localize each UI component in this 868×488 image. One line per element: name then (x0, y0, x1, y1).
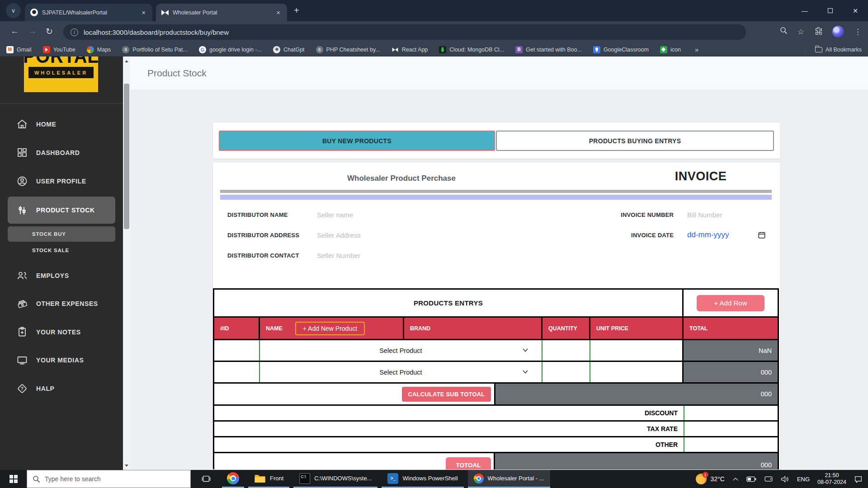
taskbar-search[interactable] (27, 470, 191, 488)
bookmark-portfolio[interactable]: SPortfolio of Setu Pat... (122, 46, 188, 53)
calendar-icon[interactable] (758, 231, 766, 239)
url-text[interactable]: localhost:3000/dasboard/productstock/buy… (84, 28, 229, 36)
menu-kebab-icon[interactable]: ⋮ (854, 27, 862, 37)
other-input[interactable] (684, 437, 778, 452)
quantity-cell[interactable] (542, 340, 590, 361)
sidebar-item-your-medias[interactable]: YOUR MEDIAS (0, 349, 123, 371)
tab-search-icon[interactable]: ∨ (6, 3, 21, 18)
sidebar-item-product-stock[interactable]: PRODUCT STOCK (8, 197, 115, 224)
distributor-contact-field[interactable] (317, 252, 430, 259)
invoice-number-field[interactable] (687, 211, 760, 219)
bookmark-php[interactable]: SPHP Cheatsheet by... (316, 46, 380, 53)
product-select[interactable]: Select Product (260, 340, 542, 361)
speaker-icon[interactable] (781, 476, 789, 483)
people-icon (16, 270, 28, 282)
sidebar-item-home[interactable]: HOME (0, 113, 123, 136)
sidebar-item-your-notes[interactable]: YOUR NOTES (0, 321, 123, 343)
scrollbar-up-icon[interactable] (123, 57, 130, 65)
col-header-name: NAME + Add New Product (260, 318, 404, 339)
sidebar-subitem-stock-sale[interactable]: STOCK SALE (8, 244, 115, 257)
quantity-cell[interactable] (542, 362, 590, 382)
sidebar-item-employs[interactable]: EMPLOYS (0, 264, 123, 287)
site-info-icon[interactable]: i (71, 28, 78, 36)
sidebar-item-other-expenses[interactable]: OTHER EXPENSES (0, 292, 123, 315)
sidebar-subitem-stock-buy[interactable]: STOCK BUY (8, 226, 115, 242)
bookmark-chatgpt[interactable]: ✳ChatGpt (273, 46, 305, 53)
tax-rate-input[interactable] (684, 422, 778, 436)
bookmark-bootstrap[interactable]: BGet started with Boo... (515, 46, 582, 53)
forward-icon[interactable]: → (28, 26, 37, 36)
weather-widget[interactable]: 32°C (696, 474, 725, 484)
scrollbar-down-icon[interactable] (123, 462, 130, 469)
browser-tab-github[interactable]: SJPATEL/WhalsalerPortal × (25, 4, 152, 21)
col-header-brand: BRAND (404, 318, 542, 339)
action-center-icon[interactable] (854, 475, 863, 483)
bookmark-gmail[interactable]: MGmail (6, 46, 32, 53)
bookmark-maps[interactable]: Maps (87, 46, 111, 53)
product-select[interactable]: Select Product (260, 362, 542, 382)
sidebar-item-user-profile[interactable]: USER PROFILE (0, 170, 123, 192)
task-view-button[interactable] (194, 470, 218, 488)
back-icon[interactable]: ← (10, 26, 19, 36)
language-indicator[interactable]: ENG (797, 476, 810, 483)
globe-icon: S (316, 46, 323, 53)
taskbar-app-chrome[interactable] (222, 470, 244, 488)
col-header-quantity: QUANTITY (542, 318, 590, 339)
table-caption-row: PRODUCTS ENTRYS + Add Row (214, 290, 778, 318)
browser-tab-wholesaler[interactable]: Wholesaler Portal × (156, 4, 287, 21)
sidebar-item-dashboard[interactable]: DASHBOARD (0, 141, 123, 164)
bookmark-react-app[interactable]: React App (392, 47, 428, 53)
tax-rate-row: TAX RATE (214, 422, 778, 437)
unit-price-cell[interactable] (590, 362, 684, 382)
new-tab-icon[interactable]: + (294, 6, 299, 15)
zoom-icon[interactable] (780, 27, 788, 37)
search-input[interactable] (45, 475, 171, 483)
total-button[interactable]: TOTOAL (446, 457, 491, 470)
bookmarks-overflow-icon[interactable]: » (695, 46, 698, 53)
bookmark-classroom[interactable]: GoogleClassroom (593, 46, 649, 53)
subtotal-row: CALCULATE SUB TOTOAL 000 (214, 384, 778, 406)
taskbar-app-cmd[interactable]: C:\ C:\WINDOWS\syste... (293, 470, 377, 488)
page-scrollbar[interactable] (123, 56, 130, 470)
add-row-button[interactable]: + Add Row (697, 295, 764, 311)
scrollbar-thumb[interactable] (124, 84, 129, 229)
monitor-icon (16, 354, 28, 366)
tab-buy-new-products[interactable]: BUY NEW PRODUCTS (219, 131, 495, 151)
taskbar-app-explorer[interactable]: Front (248, 470, 289, 488)
id-cell[interactable] (214, 340, 260, 361)
calculate-subtotal-button[interactable]: CALCULATE SUB TOTOAL (402, 387, 491, 402)
start-button[interactable] (0, 470, 27, 488)
taskbar-app-wholesaler-portal[interactable]: Wholesaler Portal - ... (468, 470, 550, 488)
close-icon[interactable]: ✕ (843, 0, 868, 21)
distributor-name-field[interactable] (317, 211, 430, 219)
id-cell[interactable] (214, 362, 260, 382)
bookmark-mongodb[interactable]: Cloud: MongoDB Cl... (439, 46, 504, 53)
distributor-address-field[interactable] (317, 231, 430, 239)
minimize-icon[interactable]: — (792, 0, 817, 21)
page-header: Product Stock (130, 56, 868, 90)
address-bar[interactable]: i localhost:3000/dasboard/productstock/b… (63, 24, 746, 40)
profile-avatar[interactable] (832, 26, 844, 38)
clock[interactable]: 21:50 08-07-2024 (817, 472, 846, 486)
maximize-icon[interactable] (817, 0, 843, 21)
tab-close-icon[interactable]: × (275, 9, 282, 16)
reload-icon[interactable]: ↻ (46, 26, 53, 37)
extensions-puzzle-icon[interactable] (814, 27, 822, 37)
unit-price-cell[interactable] (590, 340, 684, 361)
tab-title: SJPATEL/WhalsalerPortal (42, 9, 136, 16)
bookmark-star-icon[interactable]: ☆ (797, 27, 804, 37)
cast-screen-icon[interactable] (764, 476, 773, 482)
taskbar-app-powershell[interactable]: >_ Windows PowerShell (382, 470, 463, 488)
tab-products-buying-entries[interactable]: PRODUCTS BUYING ENTRYS (496, 131, 774, 151)
bookmark-youtube[interactable]: YouTube (43, 46, 75, 53)
discount-input[interactable] (684, 406, 778, 420)
hidden-icons-chevron[interactable] (732, 477, 739, 481)
battery-icon[interactable] (746, 476, 756, 482)
bookmark-icon-site[interactable]: icon (660, 46, 681, 53)
tab-close-icon[interactable]: × (140, 9, 147, 16)
sidebar-item-halp[interactable]: ? HALP (0, 377, 123, 400)
bookmark-google-drive[interactable]: Ggoogle drive login -... (199, 46, 262, 53)
invoice-date-field[interactable]: dd-mm-yyyy (687, 230, 729, 239)
all-bookmarks-button[interactable]: All Bookmarks (815, 47, 862, 53)
add-new-product-button[interactable]: + Add New Product (295, 322, 365, 335)
